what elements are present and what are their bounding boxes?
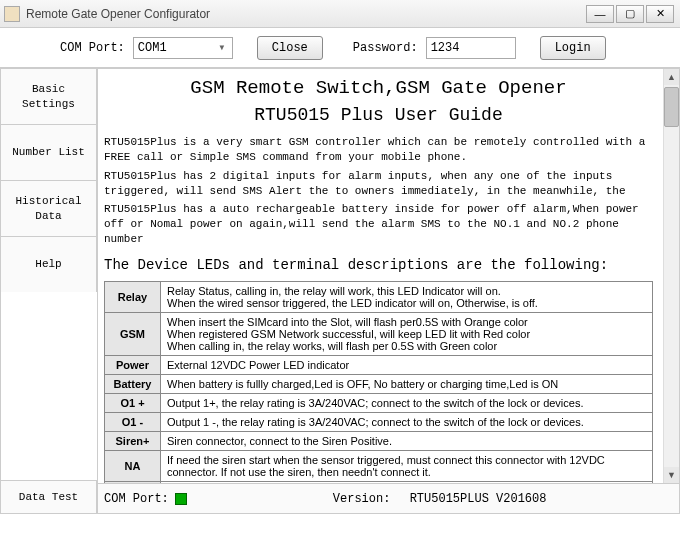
doc-paragraph: RTU5015Plus is a very smart GSM controll… <box>104 135 653 165</box>
doc-paragraph: RTU5015Plus has 2 digital inputs for ala… <box>104 169 653 199</box>
status-led-icon <box>175 493 187 505</box>
status-version-value: RTU5015PLUS V201608 <box>410 492 547 506</box>
table-row: O1 +Output 1+, the relay rating is 3A/24… <box>105 393 653 412</box>
table-row: NAIf need the siren start when the senso… <box>105 450 653 481</box>
chevron-down-icon: ▾ <box>214 40 230 56</box>
table-row-key: Relay <box>105 281 161 312</box>
login-button[interactable]: Login <box>540 36 606 60</box>
com-port-value: COM1 <box>138 41 167 55</box>
content-pane: GSM Remote Switch,GSM Gate Opener RTU501… <box>98 68 680 514</box>
device-table: RelayRelay Status, calling in, the relay… <box>104 281 653 483</box>
document-view: GSM Remote Switch,GSM Gate Opener RTU501… <box>98 69 663 483</box>
table-row-value: External 12VDC Power LED indicator <box>161 355 653 374</box>
close-button[interactable]: Close <box>257 36 323 60</box>
com-port-select[interactable]: COM1 ▾ <box>133 37 233 59</box>
table-row: BatteryWhen battery is fullly charged,Le… <box>105 374 653 393</box>
table-row-value: If need the siren start when the sensor … <box>161 450 653 481</box>
doc-heading-1: GSM Remote Switch,GSM Gate Opener <box>104 77 653 99</box>
doc-subheading: The Device LEDs and terminal description… <box>104 257 653 273</box>
maximize-button[interactable]: ▢ <box>616 5 644 23</box>
app-icon <box>4 6 20 22</box>
table-row-key: Siren+ <box>105 431 161 450</box>
table-row-key: Power <box>105 355 161 374</box>
table-row-value: Relay Status, calling in, the relay will… <box>161 281 653 312</box>
scrollbar-thumb[interactable] <box>664 87 679 127</box>
password-label: Password: <box>353 41 418 55</box>
sidebar: Basic Settings Number List Historical Da… <box>0 68 98 514</box>
com-port-label: COM Port: <box>60 41 125 55</box>
table-row-key: O1 + <box>105 393 161 412</box>
table-row: O1 -Output 1 -, the relay rating is 3A/2… <box>105 412 653 431</box>
table-row: GSMWhen insert the SIMcard into the Slot… <box>105 312 653 355</box>
doc-heading-2: RTU5015 Plus User Guide <box>104 105 653 125</box>
sidebar-item-basic-settings[interactable]: Basic Settings <box>0 68 97 124</box>
password-input[interactable] <box>426 37 516 59</box>
sidebar-item-data-test[interactable]: Data Test <box>0 480 97 514</box>
status-bar: COM Port: Version: RTU5015PLUS V201608 <box>98 483 679 513</box>
doc-paragraph: RTU5015Plus has a auto rechargeable batt… <box>104 202 653 247</box>
table-row-value: When battery is fullly charged,Led is OF… <box>161 374 653 393</box>
scroll-down-icon[interactable]: ▼ <box>664 467 679 483</box>
sidebar-item-number-list[interactable]: Number List <box>0 124 97 180</box>
table-row: Siren+Siren connector, connect to the Si… <box>105 431 653 450</box>
minimize-button[interactable]: — <box>586 5 614 23</box>
vertical-scrollbar[interactable]: ▲ ▼ <box>663 69 679 483</box>
table-row-value: When insert the SIMcard into the Slot, w… <box>161 312 653 355</box>
sidebar-item-help[interactable]: Help <box>0 236 97 292</box>
window-title: Remote Gate Opener Configurator <box>26 7 586 21</box>
close-window-button[interactable]: ✕ <box>646 5 674 23</box>
status-com-label: COM Port: <box>104 492 169 506</box>
table-row-key: O1 - <box>105 412 161 431</box>
scroll-up-icon[interactable]: ▲ <box>664 69 679 85</box>
table-row-value: Output 1+, the relay rating is 3A/240VAC… <box>161 393 653 412</box>
table-row-key: NA <box>105 450 161 481</box>
sidebar-item-historical-data[interactable]: Historical Data <box>0 180 97 236</box>
status-version-label: Version: <box>333 492 391 506</box>
table-row-value: Siren connector, connect to the Siren Po… <box>161 431 653 450</box>
toolbar: COM Port: COM1 ▾ Close Password: Login <box>0 28 680 68</box>
title-bar: Remote Gate Opener Configurator — ▢ ✕ <box>0 0 680 28</box>
table-row-value: Output 1 -, the relay rating is 3A/240VA… <box>161 412 653 431</box>
table-row-key: Battery <box>105 374 161 393</box>
table-row: RelayRelay Status, calling in, the relay… <box>105 281 653 312</box>
table-row: PowerExternal 12VDC Power LED indicator <box>105 355 653 374</box>
table-row-key: GSM <box>105 312 161 355</box>
